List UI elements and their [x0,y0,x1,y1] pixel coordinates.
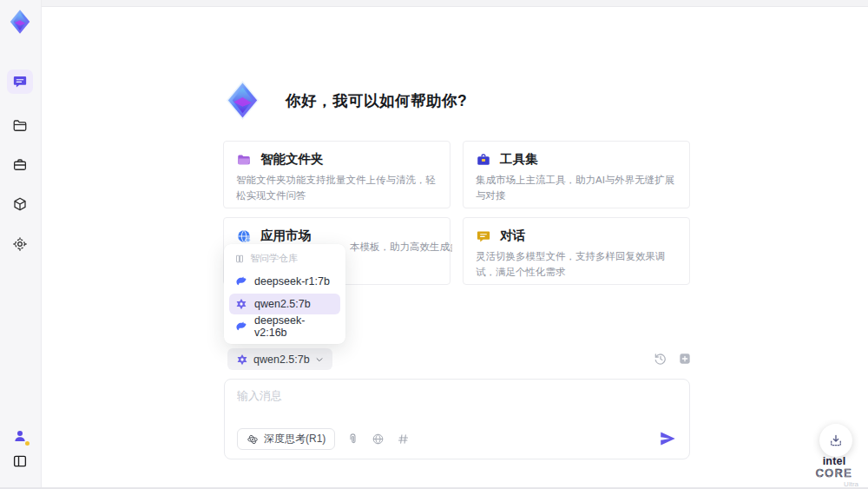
chevron-down-icon [315,355,324,364]
send-button[interactable] [658,429,677,448]
app-window: 你好，我可以如何帮助你? 智能文件夹 智能文件夹功能支持批量文件上传与清洗，轻松… [0,0,868,489]
library-icon [234,254,245,264]
folder-icon [12,118,28,134]
deep-think-toggle[interactable]: 深度思考(R1) [237,428,335,450]
model-option-label: deepseek-v2:16b [254,314,334,339]
core-wordmark: CORE [816,467,853,479]
composer-toolbar: 深度思考(R1) [237,428,411,450]
sidebar-item-chat[interactable] [7,69,33,94]
deep-think-label: 深度思考(R1) [264,432,326,446]
message-composer: 深度思考(R1) [224,379,690,459]
card-title: 应用市场 [260,228,311,244]
history-icon [654,352,667,366]
globe-icon [372,433,385,446]
model-option-qwen[interactable]: qwen2.5:7b [229,294,340,314]
sidebar-item-account[interactable] [7,424,33,448]
prompt-library-button[interactable] [397,433,411,446]
card-title: 工具集 [500,151,538,168]
greeting-header: 你好，我可以如何帮助你? [222,80,467,121]
model-dropdown-header-label: 智问学仓库 [250,252,298,265]
chat-icon [12,74,28,89]
app-logo-icon [7,9,33,35]
card-title: 对话 [500,228,525,244]
cube-icon [12,196,28,212]
card-toolset[interactable]: 工具集 集成市场上主流工具，助力AI与外界无缝扩展与对接 [463,141,690,208]
new-chat-icon [678,352,692,366]
smart-folder-icon [236,152,252,168]
panel-toggle-icon [12,453,28,469]
sidebar-item-toolbox[interactable] [7,153,33,177]
history-button[interactable] [653,351,668,367]
sidebar-item-panel-toggle[interactable] [7,449,33,473]
model-option-deepseek-r1[interactable]: deepseek-r1:7b [229,271,340,292]
attach-button[interactable] [346,433,360,446]
titlebar-strip [42,0,868,7]
card-description: 集成市场上主流工具，助力AI与外界无缝扩展与对接 [476,173,677,204]
intel-core-badge: intel CORE Ultra [803,456,865,488]
web-search-button[interactable] [372,433,385,446]
account-status-dot [25,441,30,446]
card-smart-folder[interactable]: 智能文件夹 智能文件夹功能支持批量文件上传与清洗，轻松实现文件问答 [223,141,450,208]
hash-icon [397,433,410,446]
sidebar-item-apps[interactable] [7,192,33,216]
card-title: 智能文件夹 [260,151,324,168]
model-selector-label: qwen2.5:7b [253,354,310,366]
gear-icon [12,236,28,252]
sidebar [0,0,42,487]
intel-wordmark: intel [823,455,846,467]
paperclip-icon [346,433,359,446]
greeting-title: 你好，我可以如何帮助你? [286,90,467,111]
greeting-logo-icon [222,80,263,121]
model-option-label: qwen2.5:7b [254,298,311,310]
model-selector-button[interactable]: qwen2.5:7b [227,348,332,370]
toolset-icon [476,152,491,168]
send-icon [658,429,677,448]
sidebar-item-folders[interactable] [7,114,33,138]
download-icon [828,433,844,448]
card-app-market-description-fragment: 本模板，助力高效生成多 [350,241,452,254]
dialog-icon [476,228,491,244]
message-input[interactable] [237,388,662,425]
model-dropdown: 智问学仓库 deepseek-r1:7b qwen2.5:7b deepseek… [224,244,345,344]
sidebar-item-settings[interactable] [7,232,33,256]
chat-actions [653,351,693,367]
qwen-icon [236,354,248,366]
model-dropdown-header: 智问学仓库 [229,250,340,271]
briefcase-icon [12,157,28,173]
download-button[interactable] [819,424,852,457]
app-market-icon [236,228,252,244]
deepseek-icon [235,275,247,287]
new-chat-button[interactable] [677,351,693,367]
model-option-deepseek-v2[interactable]: deepseek-v2:16b [229,316,340,337]
card-dialog[interactable]: 对话 灵活切换多模型文件，支持多样回复效果调试，满足个性化需求 [463,217,690,285]
qwen-icon [235,298,247,310]
card-description: 智能文件夹功能支持批量文件上传与清洗，轻松实现文件问答 [236,173,437,204]
deepseek-icon [235,320,247,333]
atom-icon [247,433,259,446]
model-option-label: deepseek-r1:7b [254,275,330,287]
card-description: 灵活切换多模型文件，支持多样回复效果调试，满足个性化需求 [476,249,677,281]
